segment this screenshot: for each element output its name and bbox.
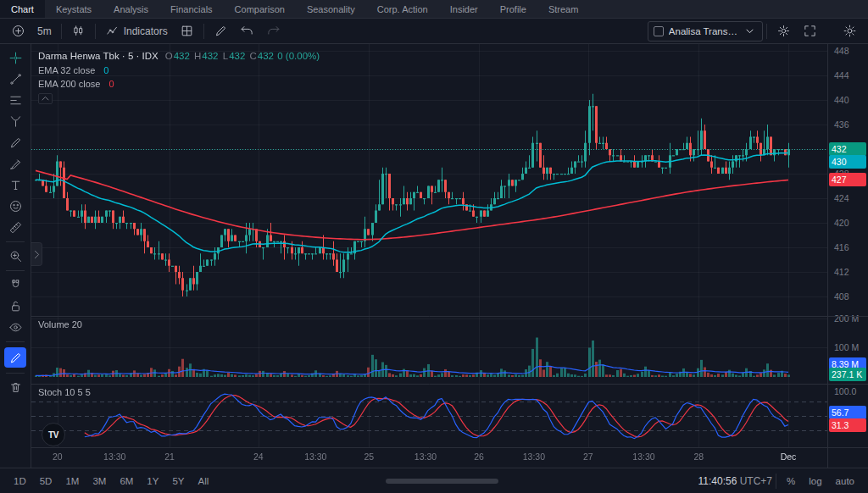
range-3m[interactable]: 3M [86, 472, 113, 490]
price-tick: 412 [834, 266, 849, 278]
quick-brush-button[interactable] [208, 20, 234, 42]
tool-measure[interactable] [3, 217, 28, 238]
tool-pitchfork[interactable] [3, 111, 28, 132]
chart-type-button[interactable] [65, 20, 92, 42]
log-scale-button[interactable]: log [802, 472, 828, 490]
tradingview-logo[interactable]: TV [42, 423, 65, 446]
redo-icon [266, 24, 281, 38]
tool-lock-drawings[interactable] [3, 296, 28, 317]
tool-zoom-in[interactable] [3, 246, 28, 267]
chart-settings-button[interactable] [771, 20, 797, 42]
indicators-button[interactable]: Indicators [99, 20, 174, 42]
symbol-add-button[interactable] [5, 20, 31, 42]
nav-tab-financials[interactable]: Financials [159, 0, 224, 18]
volume-badge: 237.1 K [829, 368, 866, 381]
date-range-buttons: 1D5D1M3M6M1Y5YAll [7, 472, 215, 490]
theme-toggle-button[interactable] [837, 20, 863, 42]
lock-open-icon [8, 299, 23, 313]
tool-magnet-mode[interactable] [3, 274, 28, 296]
nav-tab-profile[interactable]: Profile [489, 0, 537, 18]
top-nav: ChartKeystatsAnalysisFinancialsCompariso… [0, 0, 868, 19]
clock-time: 11:40:56 [698, 475, 737, 487]
undo-icon [240, 24, 254, 38]
tool-crosshair[interactable] [3, 47, 28, 69]
nav-tab-seasonality[interactable]: Seasonality [296, 0, 366, 18]
fullscreen-button[interactable] [797, 20, 823, 42]
trading-chart-app: ChartKeystatsAnalysisFinancialsCompariso… [0, 0, 868, 493]
last-price-badge: 432 [829, 142, 866, 156]
pen-icon [214, 24, 228, 38]
emoji-icon [8, 199, 23, 213]
plus-circle-icon [11, 24, 25, 38]
horizontal-scrollbar[interactable] [386, 479, 498, 484]
tool-separator [6, 341, 25, 342]
tool-brush[interactable] [3, 153, 28, 174]
tool-stay-in-drawing-mode[interactable] [4, 347, 26, 368]
nav-tab-insider[interactable]: Insider [439, 0, 489, 18]
magnet-icon [8, 278, 23, 292]
range-1d[interactable]: 1D [7, 472, 33, 490]
layout-name: Analisa Trans… [669, 26, 737, 36]
fullscreen-icon [803, 24, 817, 38]
range-1m[interactable]: 1M [58, 472, 86, 490]
stoch-d-badge: 31.3 [829, 418, 866, 432]
candles-icon [71, 24, 86, 38]
bottom-toolbar: 1D5D1M3M6M1Y5YAll 11:40:56 UTC+7 % log a… [0, 468, 868, 493]
clock[interactable]: 11:40:56 UTC+7 [698, 475, 773, 487]
nav-tab-comparison[interactable]: Comparison [224, 0, 296, 18]
nav-tab-stream[interactable]: Stream [537, 0, 589, 18]
indicators-label: Indicators [124, 25, 168, 37]
nav-tab-chart[interactable]: Chart [0, 0, 45, 18]
tool-separator [6, 373, 25, 374]
brush-icon [8, 157, 23, 171]
toolbar-separator [95, 24, 96, 39]
range-1y[interactable]: 1Y [140, 472, 165, 490]
price-tick: 416 [834, 241, 849, 253]
nav-tab-corp-action[interactable]: Corp. Action [366, 0, 439, 18]
price-chart-canvas[interactable] [31, 44, 827, 468]
tool-pencil[interactable] [3, 132, 28, 153]
undo-button[interactable] [234, 20, 260, 42]
symbol-title[interactable]: Darma Henwa Tbk · 5 · IDX [38, 49, 159, 64]
pen-icon [8, 136, 23, 150]
range-6m[interactable]: 6M [113, 472, 140, 490]
chevron-right-icon [31, 247, 44, 262]
range-all[interactable]: All [192, 472, 216, 490]
tool-separator [6, 270, 25, 271]
tool-hide-drawings[interactable] [3, 317, 28, 338]
range-5y[interactable]: 5Y [165, 472, 191, 490]
percent-scale-button[interactable]: % [780, 472, 802, 490]
price-tick: 424 [834, 192, 849, 204]
tool-trend-line[interactable] [3, 69, 28, 90]
interval-button[interactable]: 5m [31, 20, 58, 42]
volume-tick: 100 M [834, 341, 859, 353]
chart-area: Darma Henwa Tbk · 5 · IDX O432 H432 L432… [31, 44, 827, 468]
range-5d[interactable]: 5D [33, 472, 59, 490]
chart-content: Darma Henwa Tbk · 5 · IDX O432 H432 L432… [0, 44, 868, 468]
price-axis[interactable]: 448444440436432428424420416412408200 M10… [827, 44, 868, 468]
panel-expand-handle[interactable] [31, 242, 42, 266]
clock-timezone: UTC+7 [740, 475, 772, 487]
price-tick: 440 [834, 94, 849, 106]
auto-scale-button[interactable]: auto [829, 472, 861, 490]
footer-separator [776, 474, 776, 489]
eye-icon [8, 320, 23, 335]
indicators-icon [105, 24, 120, 38]
layout-checkbox[interactable] [654, 26, 664, 36]
saved-layout-select[interactable]: Analisa Trans… [648, 21, 763, 42]
sun-icon [843, 24, 857, 38]
tool-remove-drawings[interactable] [3, 377, 28, 398]
nav-tab-analysis[interactable]: Analysis [103, 0, 159, 18]
layout-grid-button[interactable] [174, 20, 200, 42]
nav-tab-keystats[interactable]: Keystats [45, 0, 103, 18]
toolbar-separator [203, 24, 204, 39]
toolbar-separator [61, 24, 62, 39]
gear-icon [776, 24, 791, 38]
pitchfork-icon [8, 114, 23, 129]
legend-collapse-button[interactable] [38, 93, 53, 104]
tool-fib-retracement[interactable] [3, 90, 28, 111]
ema-fast-badge: 430 [829, 155, 866, 169]
tool-text-tool[interactable] [3, 174, 28, 196]
redo-button[interactable] [260, 20, 287, 42]
tool-emoji-tool[interactable] [3, 196, 28, 217]
